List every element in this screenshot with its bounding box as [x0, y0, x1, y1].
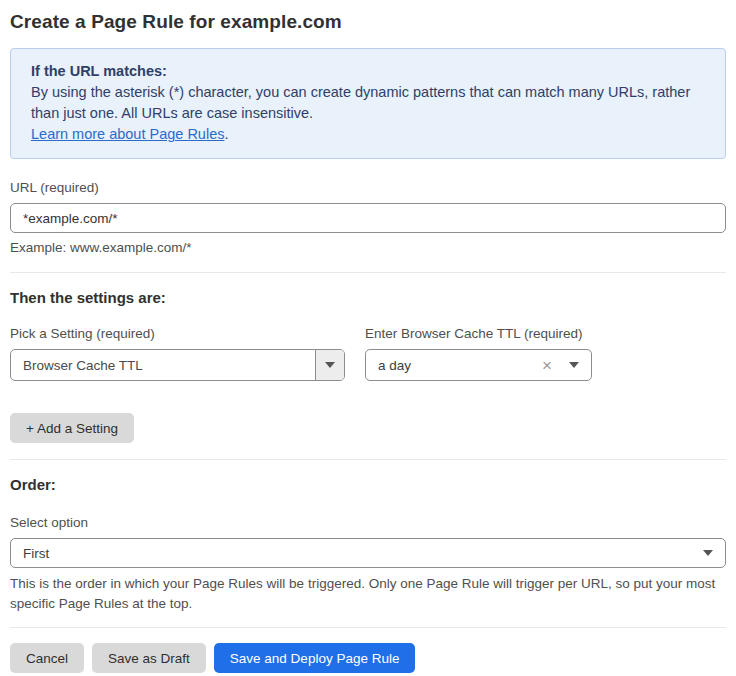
ttl-select-value: a day — [378, 358, 542, 373]
caret-down-icon — [703, 550, 713, 556]
clear-icon[interactable]: × — [542, 357, 552, 374]
setting-select[interactable]: Browser Cache TTL — [10, 349, 345, 381]
settings-labels-row: Pick a Setting (required) Enter Browser … — [10, 326, 726, 342]
info-box-link-row: Learn more about Page Rules. — [31, 124, 705, 145]
page-title: Create a Page Rule for example.com — [10, 10, 726, 33]
settings-section-heading: Then the settings are: — [10, 289, 726, 306]
url-example-helper: Example: www.example.com/* — [10, 240, 726, 256]
add-setting-button[interactable]: + Add a Setting — [10, 413, 134, 443]
order-select[interactable]: First — [10, 538, 726, 568]
learn-more-link[interactable]: Learn more about Page Rules — [31, 126, 224, 142]
info-box-body: By using the asterisk (*) character, you… — [31, 82, 705, 124]
cancel-button[interactable]: Cancel — [10, 643, 84, 673]
caret-down-icon — [569, 362, 579, 368]
order-helper-text: This is the order in which your Page Rul… — [10, 574, 726, 614]
pick-setting-label: Pick a Setting (required) — [10, 326, 365, 342]
link-suffix: . — [224, 126, 228, 142]
url-field-label: URL (required) — [10, 180, 726, 196]
divider — [10, 459, 726, 460]
browser-cache-ttl-label: Enter Browser Cache TTL (required) — [365, 326, 583, 342]
order-select-value: First — [23, 546, 703, 561]
save-as-draft-button[interactable]: Save as Draft — [92, 643, 206, 673]
url-match-info-box: If the URL matches: By using the asteris… — [10, 48, 726, 159]
ttl-select[interactable]: a day × — [365, 349, 592, 381]
settings-controls-row: Browser Cache TTL a day × — [10, 349, 726, 381]
divider — [10, 272, 726, 273]
info-box-heading: If the URL matches: — [31, 61, 705, 82]
order-select-label: Select option — [10, 515, 726, 531]
divider — [10, 627, 726, 628]
setting-select-value: Browser Cache TTL — [11, 350, 315, 380]
save-and-deploy-button[interactable]: Save and Deploy Page Rule — [214, 643, 416, 673]
setting-select-arrow-button[interactable] — [315, 350, 344, 380]
order-section-heading: Order: — [10, 476, 726, 493]
footer-actions: Cancel Save as Draft Save and Deploy Pag… — [10, 643, 726, 673]
url-input[interactable] — [10, 203, 726, 233]
caret-down-icon — [325, 362, 335, 368]
